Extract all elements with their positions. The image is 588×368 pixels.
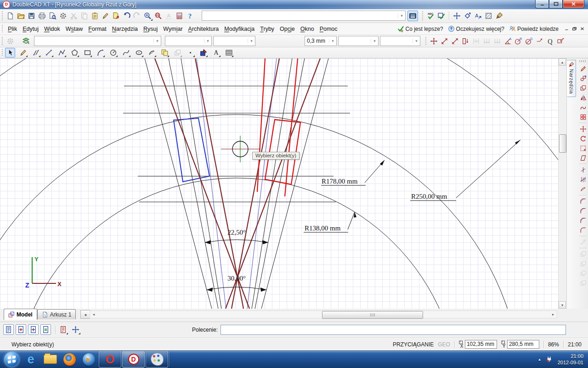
ellipse-button[interactable] — [134, 48, 144, 58]
dim-datum-button[interactable] — [460, 36, 471, 46]
maximize-window-button[interactable] — [549, 0, 563, 8]
zoom-in-button[interactable] — [142, 11, 153, 21]
page-setup-button[interactable] — [58, 11, 68, 21]
arc-button[interactable] — [95, 48, 105, 58]
toolbar-grip[interactable] — [422, 11, 424, 21]
selector-move-button[interactable] — [28, 324, 39, 335]
radius-dim-250[interactable]: R250,00 mm — [411, 193, 447, 200]
rotate-button[interactable] — [578, 134, 588, 144]
chevron-down-icon[interactable]: ▾ — [413, 39, 420, 43]
chevron-down-icon[interactable]: ▾ — [248, 39, 255, 43]
scroll-up-button[interactable]: ▴ — [559, 58, 566, 66]
menu-tryby[interactable]: Tryby — [258, 24, 277, 34]
close-window-button[interactable] — [563, 0, 584, 8]
menu-narzędzia[interactable]: Narzędzia — [110, 24, 140, 34]
expect-more-link[interactable]: Oczekujesz więcej? — [447, 25, 506, 32]
menubar-grip[interactable] — [1, 25, 4, 33]
dim-rotated-button[interactable] — [450, 36, 460, 46]
line-style-combobox[interactable]: ▾ — [338, 36, 379, 46]
left-tooth-outline[interactable] — [174, 118, 209, 182]
chevron-down-icon[interactable]: ▾ — [153, 39, 161, 43]
tab-narzedzia[interactable]: Narzędzia — [567, 60, 576, 97]
horizontal-scrollbar[interactable]: ◂ ▸ — [90, 310, 557, 318]
undo-button[interactable] — [121, 11, 132, 21]
mdi-close-button[interactable] — [578, 25, 586, 32]
chevron-down-icon[interactable]: ▾ — [204, 39, 211, 43]
arc-modes-button[interactable] — [147, 48, 157, 58]
menu-okno[interactable]: Okno — [298, 24, 317, 34]
taskbar-start-button[interactable] — [2, 351, 21, 367]
toolbar-grip[interactable] — [1, 49, 4, 57]
menu-edytuj[interactable]: Edytuj — [20, 24, 41, 34]
check-fields-button[interactable] — [436, 11, 447, 21]
geo-toggle[interactable]: GEO — [438, 341, 450, 348]
taskbar-windows-explorer-button[interactable] — [41, 351, 59, 367]
chamfer-angle-button[interactable] — [578, 216, 588, 225]
taskbar-opera-button[interactable]: O — [99, 351, 121, 368]
rotate-basepoint-button[interactable] — [462, 11, 473, 21]
line-pattern-combobox[interactable]: ▾ — [380, 36, 420, 46]
calculator-button[interactable] — [174, 11, 185, 21]
menu-rysuj[interactable]: Rysuj — [141, 24, 160, 34]
menu-wstaw[interactable]: Wstaw — [63, 24, 85, 34]
save-button[interactable] — [26, 11, 37, 21]
scroll-left-button[interactable]: ◂ — [90, 311, 97, 318]
dim-aligned-button[interactable] — [439, 36, 450, 46]
modify-objects-button[interactable] — [578, 64, 588, 74]
dim-orthogonal-button[interactable] — [429, 36, 439, 46]
open-file-button[interactable] — [16, 11, 26, 21]
scale-button[interactable] — [578, 144, 588, 153]
line-button[interactable] — [44, 48, 54, 58]
dim-angular-button[interactable] — [503, 36, 513, 46]
taskbar-paint-button[interactable] — [146, 351, 168, 368]
point-button[interactable] — [185, 48, 195, 58]
chamfer-distance-button[interactable] — [578, 206, 588, 216]
radius-dim-178[interactable]: R178,00 mm — [322, 178, 358, 185]
x-coordinate-value[interactable]: 102,35 mm — [465, 340, 497, 349]
chevron-down-icon[interactable]: ▾ — [329, 39, 336, 43]
horizontal-scroll-thumb[interactable] — [322, 311, 423, 319]
copy-objects-button[interactable] — [578, 83, 588, 93]
menu-modyfikacja[interactable]: Modyfikacja — [222, 24, 257, 34]
dim-radius-button[interactable] — [513, 36, 524, 46]
layers-button[interactable] — [21, 36, 31, 46]
vertical-scroll-thumb[interactable] — [559, 134, 566, 153]
circle-button[interactable] — [108, 48, 118, 58]
toolbar-grip[interactable] — [1, 37, 4, 46]
move-basepoint-button[interactable] — [452, 11, 462, 21]
vertical-scrollbar[interactable]: ▴ ▾ — [558, 58, 566, 309]
snap-toggle[interactable]: PRZYCIĄGANIE — [393, 341, 434, 348]
selector-add-button[interactable] — [16, 324, 26, 335]
selector-options-button[interactable] — [40, 324, 51, 335]
text-angle-button[interactable] — [473, 11, 483, 21]
tab-scroll-left-button[interactable]: ◂ — [80, 310, 90, 319]
spell-check-button[interactable] — [425, 11, 436, 21]
menu-plik[interactable]: Plik — [6, 24, 19, 34]
fillet-button[interactable] — [578, 225, 588, 235]
taskbar-doublecad-button[interactable]: D — [122, 351, 145, 368]
menu-pomoc[interactable]: Pomoc — [317, 24, 340, 34]
table-button[interactable] — [224, 48, 234, 58]
polyline-button[interactable] — [57, 48, 67, 58]
format-brush-button[interactable] — [494, 11, 504, 21]
mirror-button[interactable] — [578, 93, 588, 103]
dim-diameter-button[interactable] — [524, 36, 534, 46]
radius-dim-138[interactable]: R138,00 mm — [305, 224, 341, 232]
angle-dim-small[interactable]: 22,50° — [227, 229, 246, 236]
help-button[interactable] — [185, 11, 195, 21]
zoom-world-button[interactable] — [153, 11, 164, 21]
chevron-down-icon[interactable]: ▾ — [398, 13, 405, 18]
chamfer-button[interactable] — [578, 196, 588, 206]
angle-dim-large[interactable]: 30,00° — [227, 275, 246, 282]
array-button[interactable] — [578, 112, 588, 122]
toolbar-grip[interactable] — [1, 11, 4, 21]
minimize-window-button[interactable] — [535, 0, 549, 8]
render-style-combobox[interactable]: ▾ — [202, 11, 406, 21]
power-plug-icon[interactable] — [546, 356, 553, 363]
show-hidden-icons-button[interactable]: ▴ — [538, 357, 541, 362]
taskbar-media-player-button[interactable]: ▶ — [79, 351, 98, 367]
snap-modes-button[interactable] — [70, 324, 81, 335]
print-button[interactable] — [37, 11, 47, 21]
layer-combobox[interactable]: ▾ — [165, 36, 212, 46]
paper-options-button[interactable] — [58, 324, 68, 335]
